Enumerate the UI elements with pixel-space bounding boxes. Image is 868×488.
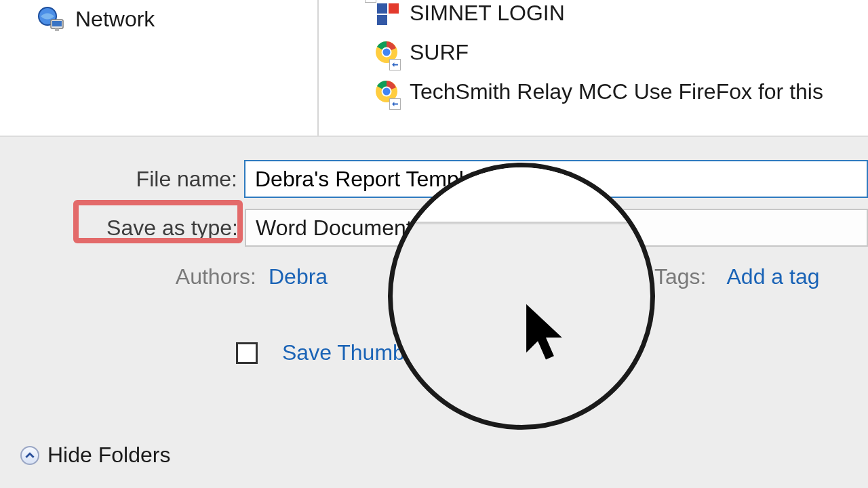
savetype-select[interactable]: Word Document bbox=[245, 209, 868, 247]
chrome-icon bbox=[374, 40, 399, 64]
chrome-icon bbox=[374, 79, 399, 104]
chevron-up-icon bbox=[20, 446, 39, 465]
tags-label: Tags: bbox=[654, 264, 714, 289]
svg-point-9 bbox=[383, 88, 391, 96]
hide-folders-button[interactable]: Hide Folders bbox=[20, 443, 170, 468]
app-tile-icon bbox=[374, 1, 399, 25]
filename-row: File name: bbox=[125, 160, 868, 198]
file-name: TechSmith Relay MCC Use FireFox for this bbox=[410, 79, 823, 104]
file-name: SURF bbox=[410, 40, 469, 65]
filename-label: File name: bbox=[125, 167, 244, 192]
svg-point-6 bbox=[383, 49, 391, 56]
navigation-pane: Network bbox=[0, 0, 319, 136]
svg-rect-2 bbox=[52, 21, 62, 26]
file-row[interactable]: SURF bbox=[320, 33, 868, 72]
svg-rect-3 bbox=[55, 28, 59, 31]
tags-value[interactable]: Add a tag bbox=[714, 264, 819, 289]
save-thumbnail-checkbox[interactable] bbox=[236, 342, 258, 364]
nav-item-network[interactable]: Network bbox=[37, 5, 155, 33]
tags-row: Tags: Add a tag bbox=[654, 264, 819, 289]
save-options-panel: File name: Save as type: Word Document A… bbox=[0, 136, 868, 488]
nav-item-label: Network bbox=[75, 7, 155, 32]
save-thumbnail-row: Save Thumbnail bbox=[236, 340, 439, 365]
authors-value[interactable]: Debra bbox=[256, 264, 328, 289]
authors-label: Authors: bbox=[148, 264, 256, 289]
file-row[interactable]: TechSmith Relay MCC Use FireFox for this bbox=[320, 72, 868, 111]
file-name: SIMNET LOGIN bbox=[410, 1, 565, 26]
file-list: SIMNET LOGIN SURF bbox=[320, 0, 868, 111]
authors-row: Authors: Debra bbox=[148, 264, 328, 289]
hide-folders-label: Hide Folders bbox=[47, 443, 170, 468]
savetype-label: Save as type: bbox=[94, 216, 245, 241]
file-browser-area: Network SIMNET LOGIN bbox=[0, 0, 868, 136]
network-icon bbox=[37, 5, 66, 33]
save-thumbnail-label[interactable]: Save Thumbnail bbox=[270, 340, 439, 365]
filename-input[interactable] bbox=[244, 160, 868, 198]
file-row[interactable]: SIMNET LOGIN bbox=[320, 0, 868, 33]
savetype-value: Word Document bbox=[256, 216, 412, 241]
savetype-row: Save as type: Word Document bbox=[94, 209, 868, 247]
save-dialog: Network SIMNET LOGIN bbox=[0, 0, 868, 488]
